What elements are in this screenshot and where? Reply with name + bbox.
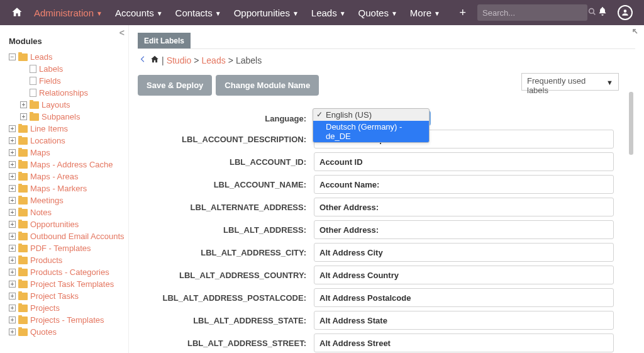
change-module-name-button[interactable]: Change Module Name <box>216 75 319 96</box>
expander-icon[interactable]: + <box>9 173 16 180</box>
label-value-input[interactable] <box>314 288 614 307</box>
sidebar-collapse-icon[interactable]: < <box>119 28 125 38</box>
expander-icon[interactable]: − <box>9 53 16 60</box>
tree-item[interactable]: +Projects - Templates <box>9 314 127 326</box>
tree-item[interactable]: +Opportunities <box>9 218 127 230</box>
expander-icon[interactable]: + <box>9 328 16 335</box>
nav-contacts[interactable]: Contacts▼ <box>169 8 228 18</box>
tree-label: Fields <box>39 76 61 86</box>
folder-icon <box>18 209 28 216</box>
label-value-input[interactable] <box>314 198 614 216</box>
label-value-input[interactable] <box>314 311 614 330</box>
tree-leads-relationships[interactable]: Relationships <box>20 87 127 99</box>
label-value-input[interactable] <box>314 220 614 239</box>
language-option-en[interactable]: English (US) <box>313 109 429 121</box>
tree-item[interactable]: +Line Items <box>9 123 127 135</box>
nav-administration[interactable]: Administration▼ <box>28 8 109 18</box>
tree-label: Products - Categories <box>30 267 109 277</box>
tree-item[interactable]: +Meetings <box>9 194 127 206</box>
tree-item[interactable]: +Products <box>9 254 127 266</box>
scrollbar[interactable] <box>629 68 633 353</box>
scrollbar-thumb[interactable] <box>629 92 633 155</box>
breadcrumb: | Studio > Leads > Labels <box>138 54 620 66</box>
nav-leads[interactable]: Leads▼ <box>305 8 352 18</box>
expander-icon[interactable]: + <box>9 125 16 132</box>
label-row: LBL_ALT_ADDRESS_CITY: <box>138 243 614 262</box>
expander-icon[interactable]: + <box>9 305 16 311</box>
tree-leads-fields[interactable]: Fields <box>20 75 127 87</box>
label-value-input[interactable] <box>314 266 614 284</box>
tree-leads-subpanels[interactable]: +Subpanels <box>20 111 127 123</box>
expander-icon[interactable]: + <box>9 257 16 264</box>
tree-item[interactable]: +Projects <box>9 302 127 314</box>
panel-popout-icon[interactable] <box>633 29 641 38</box>
search-input[interactable] <box>482 8 588 18</box>
label-row: LBL_ALT_ADDRESS_STREET: <box>138 333 614 352</box>
bell-icon[interactable] <box>592 4 613 22</box>
label-value-input[interactable] <box>314 152 614 171</box>
file-icon <box>30 65 36 73</box>
label-key: LBL_ACCOUNT_DESCRIPTION: <box>138 135 314 144</box>
home-icon[interactable] <box>6 4 28 22</box>
tree-item[interactable]: +Maps - Areas <box>9 171 127 182</box>
back-icon[interactable] <box>138 54 148 66</box>
expander-icon[interactable]: + <box>9 233 16 240</box>
expander-icon[interactable]: + <box>9 137 16 144</box>
expander-icon[interactable]: + <box>9 185 16 192</box>
tree-label: Maps - Address Cache <box>30 160 113 169</box>
tree-label: Subpanels <box>42 112 80 121</box>
tree-item[interactable]: +Maps <box>9 147 127 159</box>
tree-label: PDF - Templates <box>30 244 91 253</box>
tree-item[interactable]: +Notes <box>9 206 127 218</box>
nav-quotes[interactable]: Quotes▼ <box>352 8 404 18</box>
expander-icon[interactable]: + <box>9 161 16 168</box>
label-value-input[interactable] <box>314 243 614 262</box>
breadcrumb-studio[interactable]: Studio <box>167 55 192 65</box>
expander-icon[interactable]: + <box>9 245 16 252</box>
expander-icon[interactable]: + <box>9 221 16 228</box>
tree-item[interactable]: +Project Tasks <box>9 290 127 302</box>
label-value-input[interactable] <box>314 175 614 194</box>
tree-item[interactable]: +Products - Categories <box>9 266 127 278</box>
nav-accounts[interactable]: Accounts▼ <box>109 8 169 18</box>
folder-icon <box>18 293 28 300</box>
search-box[interactable] <box>477 4 587 21</box>
language-option-de[interactable]: Deutsch (Germany) - de_DE <box>313 121 429 142</box>
tree-leads-layouts[interactable]: +Layouts <box>20 99 127 111</box>
svg-line-2 <box>633 30 637 33</box>
breadcrumb-leads[interactable]: Leads <box>202 55 226 65</box>
label-key: LBL_ALT_ADDRESS_STATE: <box>138 316 314 325</box>
nav-opportunities[interactable]: Opportunities▼ <box>228 8 305 18</box>
expander-icon[interactable]: + <box>9 269 16 276</box>
tree-label: Project Task Templates <box>30 279 114 289</box>
tree-item[interactable]: +Project Task Templates <box>9 278 127 290</box>
expander-icon[interactable]: + <box>20 101 27 108</box>
home-crumb-icon[interactable] <box>150 55 159 65</box>
expander-icon[interactable]: + <box>9 197 16 204</box>
nav-more[interactable]: More▼ <box>404 8 447 18</box>
tree-item[interactable]: +Locations <box>9 135 127 147</box>
tree-leads-labels[interactable]: Labels <box>20 63 127 75</box>
tree-item[interactable]: +PDF - Templates <box>9 242 127 254</box>
expander-icon[interactable]: + <box>9 317 16 323</box>
expander-icon[interactable]: + <box>9 293 16 300</box>
nav-label: Quotes <box>358 8 389 18</box>
expander-icon[interactable]: + <box>20 113 27 120</box>
label-filter-select[interactable]: Frequently used labels ▼ <box>521 73 619 91</box>
tree-item[interactable]: +Maps - Markers <box>9 182 127 194</box>
expander-icon[interactable]: + <box>9 281 16 288</box>
label-value-input[interactable] <box>314 333 614 352</box>
expander-icon[interactable]: + <box>9 149 16 156</box>
plus-icon[interactable]: + <box>453 4 472 22</box>
nav-label: More <box>410 8 431 18</box>
tree-label: Relationships <box>39 88 88 98</box>
tree-item[interactable]: +Outbound Email Accounts <box>9 230 127 242</box>
expander-icon[interactable]: + <box>9 209 16 216</box>
tree-item[interactable]: +Maps - Address Cache <box>9 159 127 171</box>
user-icon[interactable] <box>613 3 638 23</box>
folder-icon <box>18 281 28 288</box>
tree-item[interactable]: +Quotes <box>9 326 127 338</box>
tab-edit-labels[interactable]: Edit Labels <box>138 33 191 49</box>
save-button[interactable]: Save & Deploy <box>138 75 212 96</box>
tree-leads[interactable]: − Leads <box>9 51 127 63</box>
